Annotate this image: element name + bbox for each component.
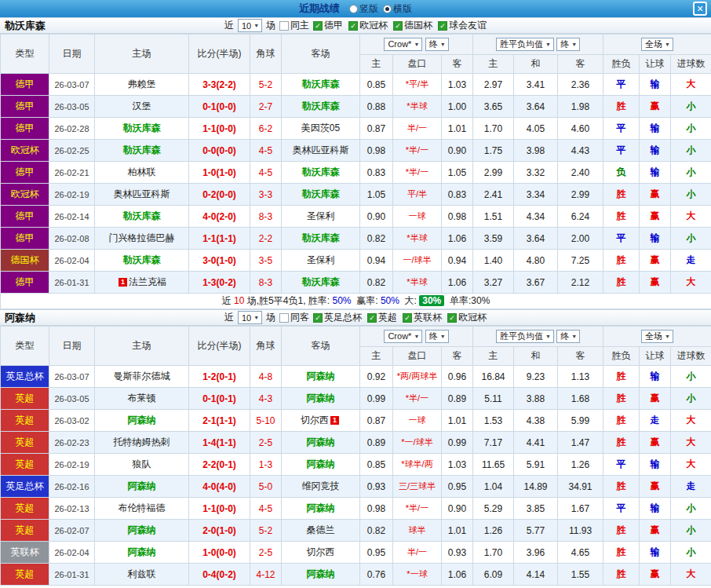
league-filter-checkbox[interactable]: ✓德甲 bbox=[313, 19, 343, 32]
euro-home-odds: 1.70 bbox=[473, 542, 514, 564]
euro-away-odds: 7.25 bbox=[558, 250, 603, 272]
match-row: 欧冠杯 26-02-19 奥林匹亚科斯 0-2(0-0) 3-3 勒沃库森 1.… bbox=[1, 184, 711, 206]
handicap-result: 赢 bbox=[640, 388, 671, 410]
asian-odds-group: Crow*▼ 终▼ bbox=[360, 327, 473, 347]
league-filter-checkbox[interactable]: ✓德国杯 bbox=[393, 19, 432, 32]
euro-odds-dropdown[interactable]: 胜平负均值▼ bbox=[496, 330, 554, 343]
euro-away-odds: 2.36 bbox=[558, 74, 603, 96]
league-filter-checkbox[interactable]: ✓欧冠杯 bbox=[348, 19, 388, 32]
home-team[interactable]: 阿森纳 bbox=[128, 524, 156, 535]
away-team[interactable]: 奥林匹亚科斯 bbox=[293, 144, 349, 155]
bookmaker-dropdown[interactable]: Crow*▼ bbox=[384, 330, 422, 343]
away-team[interactable]: 圣保利 bbox=[307, 254, 335, 265]
home-team-cell: 1法兰克福 bbox=[95, 272, 189, 294]
col-euro-home: 主 bbox=[473, 55, 514, 74]
home-team[interactable]: 弗赖堡 bbox=[128, 79, 156, 89]
league-badge: 欧冠杯 bbox=[1, 184, 49, 206]
recent-results-panel: 近期战绩 竖版 横版 ✕ 勒沃库森 近 10▼ 场 同主 ✓德甲 ✓欧冠杯 ✓德… bbox=[0, 0, 711, 586]
away-team[interactable]: 阿森纳 bbox=[307, 393, 335, 404]
away-team[interactable]: 勒沃库森 bbox=[302, 79, 340, 89]
home-team[interactable]: 布伦特福德 bbox=[118, 502, 166, 513]
home-team[interactable]: 阿森纳 bbox=[128, 546, 156, 557]
away-team[interactable]: 勒沃库森 bbox=[302, 188, 340, 199]
home-team[interactable]: 勒沃库森 bbox=[123, 254, 161, 265]
away-team[interactable]: 切尔西 bbox=[307, 546, 335, 557]
asian-handicap: 半/一 bbox=[393, 542, 442, 564]
bookmaker-dropdown[interactable]: Crow*▼ bbox=[384, 38, 422, 51]
corners: 4-3 bbox=[250, 388, 282, 410]
away-team[interactable]: 勒沃库森 bbox=[302, 232, 340, 243]
scope-dropdown[interactable]: 全场▼ bbox=[641, 38, 673, 51]
near-label: 近 bbox=[224, 311, 234, 324]
league-filter-checkbox[interactable]: ✓英联杯 bbox=[403, 311, 442, 324]
score: 4-0(4-0) bbox=[189, 476, 250, 498]
score: 1-4(1-1) bbox=[189, 432, 250, 454]
same-venue-checkbox[interactable]: 同客 bbox=[279, 311, 309, 324]
away-team[interactable]: 美因茨05 bbox=[301, 122, 340, 133]
home-team[interactable]: 法兰克福 bbox=[129, 276, 166, 287]
home-team[interactable]: 勒沃库森 bbox=[123, 122, 161, 133]
away-team[interactable]: 阿森纳 bbox=[307, 502, 335, 513]
away-team[interactable]: 阿森纳 bbox=[307, 458, 335, 469]
same-venue-checkbox[interactable]: 同主 bbox=[279, 19, 309, 32]
euro-odds-dropdown[interactable]: 胜平负均值▼ bbox=[496, 38, 554, 51]
handicap-result: 输 bbox=[640, 162, 671, 184]
radio-vertical-label[interactable]: 竖版 bbox=[359, 2, 378, 16]
home-team[interactable]: 勒沃库森 bbox=[123, 210, 161, 221]
away-team[interactable]: 阿森纳 bbox=[307, 436, 335, 447]
euro-away-odds: 2.40 bbox=[558, 162, 603, 184]
radio-vertical-layout[interactable] bbox=[349, 5, 358, 13]
euro-odds-time-dropdown[interactable]: 终▼ bbox=[556, 38, 580, 51]
league-filter-checkbox[interactable]: ✓英足总杯 bbox=[313, 311, 362, 324]
home-team-cell: 布伦特福德 bbox=[95, 498, 189, 520]
home-team[interactable]: 勒沃库森 bbox=[123, 144, 161, 155]
away-team[interactable]: 勒沃库森 bbox=[302, 276, 340, 287]
checkbox-checked-icon: ✓ bbox=[438, 21, 447, 31]
euro-away-odds: 1.67 bbox=[558, 498, 603, 520]
home-team[interactable]: 布莱顿 bbox=[128, 393, 156, 404]
euro-odds-time-dropdown[interactable]: 终▼ bbox=[556, 330, 580, 343]
match-count-dropdown[interactable]: 10▼ bbox=[238, 311, 262, 324]
league-badge: 德甲 bbox=[1, 272, 49, 294]
home-team[interactable]: 门兴格拉德巴赫 bbox=[109, 232, 175, 243]
home-team[interactable]: 曼斯菲尔德城 bbox=[114, 371, 170, 382]
asian-handicap: *一球 bbox=[393, 564, 442, 586]
match-row: 德甲 26-02-14 勒沃库森 4-0(2-0) 8-3 圣保利 0.90 一… bbox=[1, 206, 711, 228]
odds-time-dropdown[interactable]: 终▼ bbox=[425, 330, 449, 343]
radio-horizontal-layout[interactable] bbox=[383, 5, 392, 13]
close-button[interactable]: ✕ bbox=[693, 2, 707, 16]
asian-home-odds: 1.05 bbox=[360, 184, 393, 206]
away-team[interactable]: 桑德兰 bbox=[307, 524, 335, 535]
away-team[interactable]: 勒沃库森 bbox=[302, 166, 340, 177]
home-team[interactable]: 阿森纳 bbox=[128, 415, 156, 425]
home-team[interactable]: 柏林联 bbox=[128, 166, 156, 177]
home-team[interactable]: 托特纳姆热刺 bbox=[114, 436, 170, 447]
match-row: 德甲 26-02-21 柏林联 1-0(1-0) 4-5 勒沃库森 0.83 *… bbox=[1, 162, 711, 184]
summary-segment: 单率:30% bbox=[447, 295, 490, 306]
radio-horizontal-label[interactable]: 横版 bbox=[393, 2, 412, 16]
col-score: 比分(半场) bbox=[189, 327, 250, 366]
col-type: 类型 bbox=[1, 327, 49, 366]
away-team[interactable]: 圣保利 bbox=[307, 210, 335, 221]
home-team-cell: 布莱顿 bbox=[95, 388, 189, 410]
home-team[interactable]: 汉堡 bbox=[133, 100, 151, 111]
home-team[interactable]: 利兹联 bbox=[128, 568, 156, 579]
league-filter-checkbox[interactable]: ✓球会友谊 bbox=[438, 19, 487, 32]
home-team[interactable]: 狼队 bbox=[133, 458, 151, 469]
home-team[interactable]: 阿森纳 bbox=[128, 480, 156, 491]
euro-home-odds: 6.09 bbox=[473, 564, 514, 586]
away-team[interactable]: 勒沃库森 bbox=[302, 100, 340, 111]
odds-time-dropdown[interactable]: 终▼ bbox=[425, 38, 449, 51]
euro-draw-odds: 3.96 bbox=[514, 542, 558, 564]
scope-dropdown[interactable]: 全场▼ bbox=[641, 330, 673, 343]
away-team[interactable]: 阿森纳 bbox=[307, 371, 335, 382]
league-filter-checkbox[interactable]: ✓欧冠杯 bbox=[447, 311, 487, 324]
away-team[interactable]: 阿森纳 bbox=[307, 568, 335, 579]
league-filter-checkbox[interactable]: ✓英超 bbox=[367, 311, 397, 324]
home-team[interactable]: 奥林匹亚科斯 bbox=[114, 188, 170, 199]
away-team[interactable]: 切尔西 bbox=[301, 415, 329, 425]
away-team-cell: 阿森纳 bbox=[282, 366, 360, 388]
match-count-dropdown[interactable]: 10▼ bbox=[238, 19, 262, 32]
col-date: 日期 bbox=[49, 327, 95, 366]
away-team[interactable]: 维冈竞技 bbox=[302, 480, 340, 491]
